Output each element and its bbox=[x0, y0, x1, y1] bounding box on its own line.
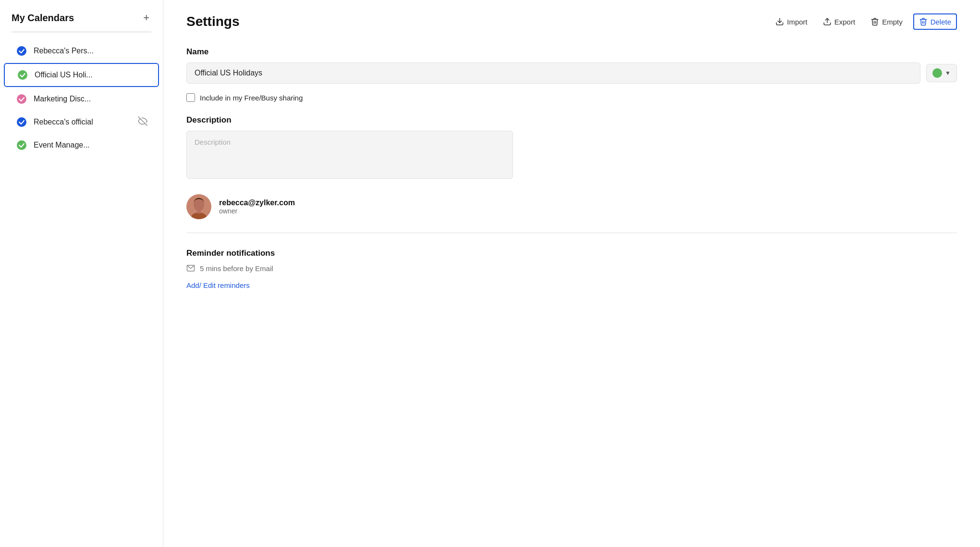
calendar-name-input[interactable] bbox=[186, 62, 920, 84]
delete-label: Delete bbox=[931, 18, 951, 26]
export-label: Export bbox=[834, 18, 855, 26]
eye-hidden-icon bbox=[138, 116, 147, 128]
add-calendar-button[interactable]: + bbox=[141, 12, 151, 24]
import-label: Import bbox=[787, 18, 808, 26]
free-busy-row: Include in my Free/Busy sharing bbox=[186, 93, 957, 102]
import-icon bbox=[775, 17, 784, 26]
delete-button[interactable]: Delete bbox=[913, 13, 957, 30]
calendar-name-event-manage: Event Manage... bbox=[34, 141, 147, 149]
empty-button[interactable]: Empty bbox=[866, 14, 907, 29]
owner-info: rebecca@zylker.com owner bbox=[219, 199, 295, 215]
calendar-icon-official-us-holi bbox=[16, 69, 29, 81]
avatar-image bbox=[186, 194, 211, 219]
sidebar-item-rebeccas-official[interactable]: Rebecca's official bbox=[4, 111, 159, 133]
empty-label: Empty bbox=[882, 18, 903, 26]
toolbar: Import Export Empty bbox=[771, 13, 957, 30]
description-section-label: Description bbox=[186, 115, 957, 125]
svg-point-5 bbox=[17, 140, 26, 150]
description-section: Description bbox=[186, 115, 957, 181]
calendar-icon-marketing-disc bbox=[15, 93, 28, 105]
export-icon bbox=[823, 17, 832, 26]
email-icon bbox=[186, 264, 195, 273]
svg-rect-11 bbox=[197, 210, 201, 213]
reminder-section-label: Reminder notifications bbox=[186, 249, 957, 258]
color-dot bbox=[932, 68, 942, 78]
reminder-row: 5 mins before by Email bbox=[186, 264, 957, 273]
calendar-icon-event-manage bbox=[15, 139, 28, 151]
delete-icon bbox=[919, 17, 928, 26]
calendar-name-marketing-disc: Marketing Disc... bbox=[34, 95, 147, 103]
owner-role: owner bbox=[219, 207, 295, 215]
main-content: Settings Import Export bbox=[163, 0, 980, 547]
sidebar-header: My Calendars + bbox=[0, 12, 163, 32]
sidebar: My Calendars + Rebecca's Pers... Officia… bbox=[0, 0, 163, 547]
calendar-name-rebeccas-official: Rebecca's official bbox=[34, 118, 134, 126]
sidebar-item-event-manage[interactable]: Event Manage... bbox=[4, 134, 159, 156]
svg-point-9 bbox=[194, 199, 204, 211]
sidebar-item-marketing-disc[interactable]: Marketing Disc... bbox=[4, 88, 159, 110]
export-button[interactable]: Export bbox=[818, 14, 860, 29]
sidebar-item-official-us-holi[interactable]: Official US Holi... bbox=[4, 63, 159, 87]
add-edit-reminders-button[interactable]: Add/ Edit reminders bbox=[186, 281, 250, 289]
calendar-icon-rebecca-pers bbox=[15, 45, 28, 57]
avatar bbox=[186, 194, 211, 219]
sidebar-divider bbox=[12, 32, 151, 32]
svg-point-1 bbox=[18, 70, 27, 80]
name-row: ▼ bbox=[186, 62, 957, 84]
svg-point-0 bbox=[17, 46, 26, 56]
calendar-name-rebecca-pers: Rebecca's Pers... bbox=[34, 47, 147, 55]
owner-email: rebecca@zylker.com bbox=[219, 199, 295, 207]
sidebar-item-rebecca-pers[interactable]: Rebecca's Pers... bbox=[4, 40, 159, 62]
svg-point-2 bbox=[17, 94, 26, 104]
calendar-icon-rebeccas-official bbox=[15, 116, 28, 128]
name-section: Name ▼ bbox=[186, 47, 957, 84]
sidebar-title: My Calendars bbox=[12, 12, 74, 24]
color-picker-button[interactable]: ▼ bbox=[926, 64, 957, 82]
page-title: Settings bbox=[186, 14, 239, 29]
chevron-down-icon: ▼ bbox=[945, 70, 951, 76]
owner-section: rebecca@zylker.com owner bbox=[186, 194, 957, 219]
description-textarea[interactable] bbox=[186, 131, 513, 179]
free-busy-checkbox[interactable] bbox=[186, 93, 195, 102]
main-header: Settings Import Export bbox=[186, 13, 957, 30]
reminder-text: 5 mins before by Email bbox=[200, 264, 273, 273]
free-busy-label[interactable]: Include in my Free/Busy sharing bbox=[200, 94, 303, 102]
reminder-section: Reminder notifications 5 mins before by … bbox=[186, 249, 957, 290]
import-button[interactable]: Import bbox=[771, 14, 812, 29]
section-divider bbox=[186, 233, 957, 233]
svg-point-3 bbox=[17, 117, 26, 127]
calendar-name-official-us-holi: Official US Holi... bbox=[35, 71, 147, 79]
empty-icon bbox=[870, 17, 879, 26]
name-section-label: Name bbox=[186, 47, 957, 57]
